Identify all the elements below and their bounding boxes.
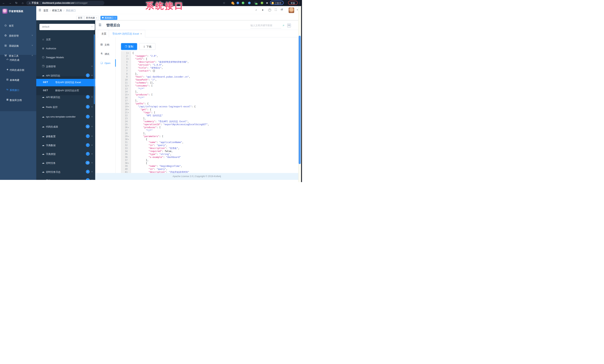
fold-icon[interactable]: ▾: [128, 138, 130, 141]
api-group-item[interactable]: ☁sys-sms-template-controller7˅: [36, 113, 95, 120]
api-group-item[interactable]: ☁API 错误日志3˅: [36, 94, 95, 100]
fold-icon[interactable]: ▾: [128, 135, 130, 138]
fold-icon[interactable]: ▾: [128, 84, 130, 87]
count-badge: 7: [86, 143, 90, 147]
fullscreen-icon[interactable]: ⛶: [275, 8, 277, 12]
hamburger-icon[interactable]: ☰: [38, 8, 41, 12]
code-text: "operationId": "exportApiAccessLogExcelU…: [132, 123, 209, 126]
api-group-item[interactable]: ☁字典类型7˅: [36, 151, 95, 157]
address-bar[interactable]: ⚠不安全|dashboard.yudao.iocoder.cn/tool/swa…: [26, 1, 104, 5]
sidebar-item[interactable]: ⚙系统管理˅: [0, 32, 36, 39]
fold-icon[interactable]: ▾: [128, 108, 130, 111]
api-nav-label: Authorize: [46, 47, 56, 50]
user-avatar[interactable]: [289, 7, 294, 13]
fold-icon[interactable]: ▾: [128, 105, 130, 108]
api-group-item[interactable]: ☁Redis 监控2˅: [36, 104, 95, 110]
tag-label: 表单构建: [86, 17, 95, 19]
group-select[interactable]: default ˅: [39, 24, 95, 30]
forward-icon[interactable]: →: [8, 0, 12, 6]
doc-nav-scrollbar-thumb[interactable]: [115, 59, 116, 67]
close-icon[interactable]: ×: [140, 33, 142, 35]
doc-nav-item[interactable]: ⚗调试: [101, 52, 115, 56]
bookmark-star-icon[interactable]: ☆: [222, 0, 226, 6]
collapse-aside-icon[interactable]: ☰: [99, 23, 101, 27]
sidebar-subitem[interactable]: ▤表单构建: [0, 76, 36, 84]
extension-icon[interactable]: [261, 2, 263, 4]
logo-row[interactable]: 芋道管理系统: [0, 8, 36, 15]
line-number: 6: [121, 66, 127, 69]
code-text: "name": "beginBeginTime",: [132, 165, 182, 168]
doc-tab[interactable]: 导出API 访问日志 Excel×: [109, 30, 145, 38]
api-group-item[interactable]: ☁岗位 ˅: [36, 177, 95, 180]
tab-tag[interactable]: 系统接口×: [101, 16, 117, 20]
endpoint-item[interactable]: GET获得API 访问日志分页: [36, 87, 95, 94]
close-icon[interactable]: ×: [114, 17, 116, 19]
fold-icon[interactable]: ▾: [128, 111, 130, 114]
api-group-item[interactable]: ☁定时任务10˅: [36, 160, 95, 166]
breadcrumb-item[interactable]: 研发工具: [52, 9, 62, 12]
extension-icon[interactable]: [242, 2, 244, 4]
main-sidebar: 芋道管理系统 ⊙首页⚙系统管理˅⊞基础设施˅⚒研发工具˄ ‹/›代码生成◈代码生…: [0, 6, 36, 180]
sidebar-item[interactable]: ⊙首页: [0, 22, 36, 29]
download-button[interactable]: ⇩下载: [139, 43, 155, 50]
fold-icon[interactable]: ▾: [128, 57, 130, 61]
doc-nav-item[interactable]: ❏Open: [101, 61, 115, 66]
search-icon[interactable]: ⌕: [283, 24, 285, 27]
sidebar-subitem[interactable]: ▦数据库文档: [0, 96, 36, 104]
code-line: 20▾ "get": {: [121, 108, 298, 111]
api-group-item[interactable]: ☁字典数据7˅: [36, 142, 95, 149]
fold-icon[interactable]: ▾: [128, 102, 130, 105]
paused-extension-button[interactable]: 已暂停: [270, 1, 284, 5]
line-number: 1: [121, 51, 127, 54]
chevron-down-icon[interactable]: ▾: [297, 9, 298, 11]
browser-menu-icon[interactable]: ⋮: [298, 0, 301, 6]
api-group-label: 字典类型: [46, 152, 56, 156]
tab-tag[interactable]: 表单构建×: [84, 16, 99, 20]
api-group-label: Redis 监控: [46, 105, 58, 109]
api-sidebar-scrollbar-thumb[interactable]: [94, 34, 95, 104]
code-line: 14 ],: [121, 90, 298, 93]
code-editor[interactable]: 1▾{2 "swagger": "2.0",3▾ "info": {4 "des…: [121, 51, 298, 173]
tab-tag[interactable]: 首页: [76, 16, 84, 20]
api-nav-item[interactable]: ⊜Authorize: [36, 45, 95, 52]
language-toggle[interactable]: 中: [287, 24, 291, 27]
sidebar-subitem[interactable]: ⇆系统接口: [0, 86, 36, 94]
doc-nav-item[interactable]: ▤文档: [101, 43, 115, 47]
sidebar-subitem[interactable]: ‹/›代码生成: [0, 56, 36, 64]
endpoint-item[interactable]: GET导出API 访问日志 Excel: [36, 79, 95, 86]
api-group-item[interactable]: ☁代码生成器11˅: [36, 123, 95, 130]
fold-icon[interactable]: ▾: [128, 126, 130, 129]
breadcrumb-item[interactable]: 首页: [43, 9, 48, 12]
api-group-item[interactable]: ☁定时任务日志4˅: [36, 168, 95, 175]
doc-search-input[interactable]: 输入文档关键字搜索: [251, 24, 281, 28]
help-icon[interactable]: ?: [268, 9, 271, 12]
reload-icon[interactable]: ↻: [14, 0, 19, 6]
close-icon[interactable]: ×: [96, 17, 97, 19]
breadcrumb-item[interactable]: 系统接口: [66, 9, 76, 12]
extension-icon[interactable]: [237, 2, 239, 4]
copy-button[interactable]: ❐复制: [121, 43, 137, 50]
code-text: ],: [132, 132, 146, 135]
sidebar-item[interactable]: ⊞基础设施˅: [0, 42, 36, 50]
extension-star-icon[interactable]: ★: [265, 0, 269, 6]
api-nav-item[interactable]: ⎔Swagger Models: [36, 54, 95, 61]
fold-icon[interactable]: ▾: [128, 93, 130, 96]
search-icon[interactable]: ⌕: [255, 8, 257, 12]
extension-icon[interactable]: [248, 2, 251, 4]
api-nav-item[interactable]: ⌂主页: [36, 36, 95, 43]
fold-icon[interactable]: ▾: [128, 162, 130, 165]
sidebar-subitem[interactable]: ◈代码生成示例: [0, 66, 36, 74]
home-icon[interactable]: ⌂: [20, 0, 25, 6]
divider: [115, 38, 116, 173]
fold-icon[interactable]: ▾: [128, 51, 130, 54]
browser-update-button[interactable]: 更新: [288, 1, 298, 5]
doc-tab[interactable]: 主页: [98, 30, 110, 38]
github-icon[interactable]: ●: [262, 8, 264, 11]
code-text: ],: [132, 117, 146, 120]
api-nav-item[interactable]: ☁API 访问日志2˄: [36, 72, 95, 79]
font-size-icon[interactable]: tT: [281, 8, 283, 11]
api-group-item[interactable]: ☁参数配置7˅: [36, 133, 95, 140]
page-scrollbar-thumb[interactable]: [299, 36, 301, 164]
back-icon[interactable]: ←: [1, 0, 6, 6]
api-nav-item[interactable]: ❐文档管理˅: [36, 63, 95, 70]
